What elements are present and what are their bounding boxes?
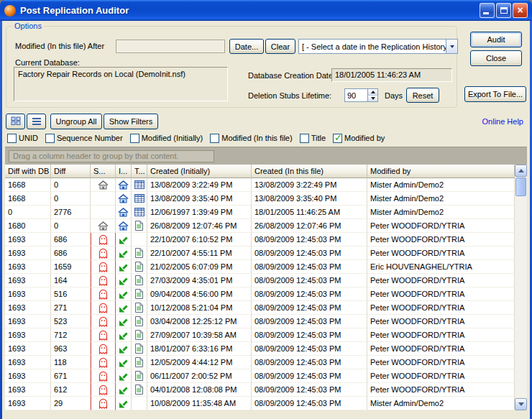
arrow-green-icon [119, 399, 128, 408]
filter-checkbox-unid[interactable]: UNID [7, 134, 38, 143]
checkbox-unchecked-icon[interactable] [300, 134, 309, 143]
checkbox-unchecked-icon[interactable] [210, 134, 219, 143]
table-row[interactable]: 169311812/05/2009 4:44:12 PM08/09/2009 1… [5, 356, 515, 369]
export-to-file-button[interactable]: Export To File... [464, 86, 526, 102]
cell-initially [116, 342, 132, 356]
vertical-scrollbar[interactable] [515, 165, 527, 410]
maximize-button[interactable] [496, 3, 511, 18]
filter-checkbox-modified-by[interactable]: Modified by [333, 134, 385, 143]
cell-created-initially: 22/10/2007 4:55:11 PM [147, 247, 252, 260]
deletion-stubs-stepper[interactable] [344, 88, 378, 102]
column-header-initially[interactable]: I... [116, 165, 132, 178]
audit-button[interactable]: Audit [470, 32, 522, 47]
cell-created-in-file: 08/09/2009 12:45:03 PM [252, 247, 367, 260]
table-row[interactable]: 169368622/10/2007 4:55:11 PM08/09/2009 1… [5, 247, 515, 260]
table-row[interactable]: 169396318/01/2007 6:33:16 PM08/09/2009 1… [5, 342, 515, 356]
cell-type [132, 219, 147, 233]
column-header-created-in-file[interactable]: Created (In this file) [252, 165, 367, 178]
cell-modified-by: Mister Admin/Demo2 [367, 397, 515, 410]
grouping-band[interactable]: Drag a column header to group by that co… [5, 147, 527, 165]
maximize-icon [500, 7, 508, 14]
clear-button[interactable]: Clear [265, 39, 295, 54]
filter-checkbox-label: Sequence Number [57, 134, 123, 142]
chevron-down-icon [450, 45, 454, 48]
filter-checkbox-modified-initially[interactable]: Modified (Initially) [130, 134, 203, 143]
db-creation-date-label: Database Creation Date: [248, 71, 335, 80]
cell-diff: 686 [51, 247, 91, 260]
table-row[interactable]: 0277612/06/1997 1:39:49 PM18/01/2005 11:… [5, 206, 515, 219]
checkbox-unchecked-icon[interactable] [7, 134, 17, 143]
spin-up-button[interactable] [368, 89, 377, 96]
scroll-down-button[interactable] [515, 398, 527, 410]
scrollbar-thumb[interactable] [515, 178, 526, 196]
checkbox-checked-icon[interactable] [333, 134, 342, 143]
close-window-button[interactable]: × [513, 3, 528, 18]
table-row[interactable]: 1693165921/02/2005 6:07:09 PM08/09/2009 … [5, 260, 515, 274]
cell-created-initially: 27/03/2009 4:35:01 PM [147, 274, 252, 287]
cell-type [132, 260, 147, 274]
cell-type [132, 178, 147, 192]
cell-created-initially: 06/11/2007 2:00:52 PM [147, 369, 252, 383]
close-button[interactable]: Close [470, 50, 522, 66]
toolbar-rows-button[interactable] [27, 114, 46, 129]
days-label: Days [385, 91, 403, 100]
cell-modified-by: Peter WOODFORD/YTRIA [367, 274, 515, 287]
table-row[interactable]: 169351609/04/2008 4:56:00 PM08/09/2009 1… [5, 287, 515, 301]
deletion-stubs-input[interactable] [344, 88, 367, 102]
date-button[interactable]: Date... [229, 39, 264, 54]
table-row[interactable]: 169367106/11/2007 2:00:52 PM08/09/2009 1… [5, 369, 515, 383]
checkbox-unchecked-icon[interactable] [130, 134, 139, 143]
document-icon [135, 248, 143, 258]
toolbar-grid-button[interactable] [6, 114, 25, 129]
column-header-diff[interactable]: Diff [51, 165, 91, 178]
table-row[interactable]: 169371227/09/2007 10:39:58 AM08/09/2009 … [5, 328, 515, 342]
online-help-link[interactable]: Online Help [482, 117, 523, 126]
minimize-icon [483, 12, 489, 14]
table-row[interactable]: 169352303/04/2008 12:25:12 PM08/09/2009 … [5, 315, 515, 328]
document-icon [135, 357, 143, 367]
filter-checkbox-title[interactable]: Title [300, 134, 326, 143]
replication-history-select[interactable]: [ - Select a date in the Replication His… [298, 39, 458, 54]
show-filters-button[interactable]: Show Filters [104, 114, 158, 129]
cell-created-initially: 21/02/2005 6:07:09 PM [147, 260, 252, 274]
column-header-modified-by[interactable]: Modified by [367, 165, 515, 178]
spin-down-button[interactable] [368, 96, 377, 101]
titlebar[interactable]: Post Replication Auditor × [0, 0, 532, 21]
cell-initially [116, 247, 132, 260]
cell-modified-by: Peter WOODFORD/YTRIA [367, 369, 515, 383]
table-row[interactable]: 169316427/03/2009 4:35:01 PM08/09/2009 1… [5, 274, 515, 287]
cell-created-in-file: 08/09/2009 12:45:03 PM [252, 342, 367, 356]
scroll-up-icon [518, 169, 524, 172]
table-row[interactable]: 169368622/10/2007 6:10:52 PM08/09/2009 1… [5, 233, 515, 247]
table-row[interactable]: 1668013/08/2009 3:22:49 PM13/08/2009 3:2… [5, 178, 515, 192]
checkbox-unchecked-icon[interactable] [45, 134, 55, 143]
column-header-status[interactable]: S... [91, 165, 116, 178]
cell-diff: 118 [51, 356, 91, 369]
ghost-icon [98, 234, 108, 245]
replication-history-value: [ - Select a date in the Replication His… [299, 42, 446, 51]
scroll-up-button[interactable] [515, 165, 527, 177]
column-header-type[interactable]: T... [132, 165, 147, 178]
table-row[interactable]: 16932910/08/2009 11:35:48 AM08/09/2009 1… [5, 397, 515, 410]
filter-checkbox-sequence-number[interactable]: Sequence Number [45, 134, 123, 143]
minimize-button[interactable] [480, 3, 495, 18]
cell-type [132, 247, 147, 260]
cell-diff-with-db: 1693 [5, 247, 51, 260]
table-row[interactable]: 169327110/12/2008 5:21:04 PM08/09/2009 1… [5, 301, 515, 315]
table-row[interactable]: 169361204/01/2008 12:08:08 PM08/09/2009 … [5, 383, 515, 397]
filter-checkbox-modified-in-this-file[interactable]: Modified (In this file) [210, 134, 292, 143]
table-row[interactable]: 1680026/08/2009 12:07:46 PM26/08/2009 12… [5, 219, 515, 233]
combo-dropdown-button[interactable] [446, 40, 457, 53]
cell-modified-by: Mister Admin/Demo2 [367, 192, 515, 206]
filter-checkbox-label: Title [311, 134, 326, 142]
ungroup-all-button[interactable]: Ungroup All [50, 114, 102, 129]
ghost-icon [98, 357, 108, 368]
table-row[interactable]: 1668013/08/2009 3:35:40 PM13/08/2009 3:3… [5, 192, 515, 206]
modified-after-input[interactable] [116, 40, 225, 53]
arrow-green-icon [119, 303, 128, 313]
column-header-created-initially[interactable]: Created (Initially) [147, 165, 252, 178]
cell-modified-by: Peter WOODFORD/YTRIA [367, 247, 515, 260]
reset-button[interactable]: Reset [406, 88, 439, 103]
column-header-diff-with-db[interactable]: Diff with DB [5, 165, 51, 178]
cell-created-initially: 13/08/2009 3:35:40 PM [147, 192, 252, 206]
